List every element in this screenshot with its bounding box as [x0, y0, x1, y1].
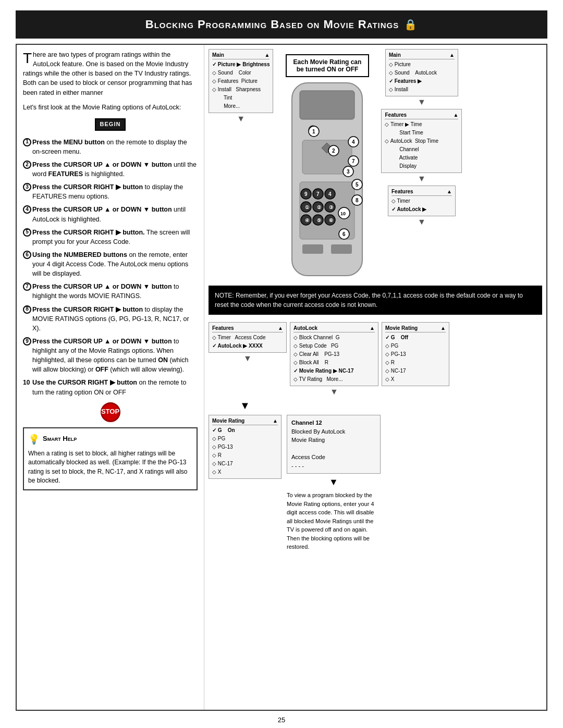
- step-8-text: Press the CURSOR RIGHT ▶ button to displ…: [32, 306, 189, 332]
- step-5-text: Press the CURSOR RIGHT ▶ button. The scr…: [32, 229, 190, 245]
- menu-panel-features3-title: Features ▲: [212, 325, 283, 332]
- intro-text2: Let's first look at the Movie Rating opt…: [23, 103, 198, 112]
- menu-item: ◇ AutoLock Stop Time: [385, 137, 458, 145]
- menu-item: Activate: [385, 154, 458, 162]
- step-num-5: 5: [23, 228, 31, 237]
- panel-group-3: Features ▲ ◇ Timer ▶ Time Start Time ◇ A…: [381, 109, 462, 183]
- step-5: 5 Press the CURSOR RIGHT ▶ button. The s…: [23, 228, 198, 246]
- smart-help-text: When a rating is set to block, all highe…: [28, 449, 192, 486]
- menu-item: ◇ NC-17: [385, 367, 446, 375]
- menu-item: ◇ PG-13: [212, 443, 278, 451]
- step-num-7: 7: [23, 282, 31, 291]
- menu-item: ◇ PG: [385, 342, 446, 350]
- step-2-text: Press the CURSOR UP ▲ or DOWN ▼ button u…: [32, 161, 197, 178]
- menu-item: More...: [212, 102, 270, 110]
- menu-item: Start Time: [385, 129, 458, 137]
- menu-item: ◇ NC-17: [212, 460, 278, 468]
- step-10: 10 Use the CURSOR RIGHT ▶ button on the …: [23, 378, 198, 397]
- menu-item: Tint: [212, 94, 270, 102]
- menu-item: ✓ G On: [212, 426, 278, 435]
- channel-line3: Movie Rating: [291, 436, 376, 445]
- svg-rect-8: [331, 244, 352, 254]
- down-arrow-2: ▼: [418, 97, 426, 107]
- down-arrow-1: ▼: [237, 114, 245, 124]
- menu-panel-autolock-title: AutoLock ▲: [293, 325, 375, 332]
- callout-box: Each Movie Rating can be turned ON or OF…: [286, 54, 369, 77]
- step-3: 3 Press the CURSOR RIGHT ▶ button to dis…: [23, 182, 198, 201]
- panel-group-5: Features ▲ ◇ Timer Access Code ✓ AutoLoc…: [209, 322, 287, 363]
- svg-text:10: 10: [340, 211, 346, 216]
- step-4: 4 Press the CURSOR UP ▲ or DOWN ▼ button…: [23, 205, 198, 224]
- remote-callout-area: Each Movie Rating can be turned ON or OF…: [276, 49, 378, 278]
- channel-line2: Blocked By AutoLock: [291, 427, 376, 436]
- menu-panel-features2: Features ▲ ◇ Timer ✓ AutoLock ▶: [388, 186, 456, 216]
- right-column: Main ▲ ✓ Picture ▶ Brightness ◇ Sound Co…: [204, 45, 546, 710]
- svg-text:2: 2: [332, 148, 335, 154]
- menu-item: ◇ Timer: [391, 197, 452, 205]
- menu-panel-features1-title: Features ▲: [385, 112, 458, 119]
- begin-badge: BEGIN: [95, 118, 126, 131]
- menu-panel-features1: Features ▲ ◇ Timer ▶ Time Start Time ◇ A…: [381, 109, 462, 173]
- menu-item: ◇ Sound AutoLock: [389, 69, 455, 77]
- page-number: 25: [0, 716, 563, 728]
- menu-item: ◇ Sound Color: [212, 69, 270, 77]
- step-6: 6 Using the NUMBERED buttons on the remo…: [23, 250, 198, 278]
- svg-text:4: 4: [328, 191, 332, 197]
- menu-item: ◇ Timer ▶ Time: [385, 120, 458, 129]
- svg-text:①: ①: [305, 205, 309, 210]
- bottom-last-row: Movie Rating ▲ ✓ G On ◇ PG ◇ PG-13 ◇ R ◇…: [209, 415, 542, 551]
- stop-badge-container: STOP: [23, 402, 198, 422]
- menu-item: ✓ Movie Rating ▶ NC-17: [293, 367, 375, 375]
- step-8: 8 Press the CURSOR RIGHT ▶ button to dis…: [23, 305, 198, 333]
- svg-text:⑤: ⑤: [317, 218, 321, 223]
- menu-panel-features2-title: Features ▲: [391, 188, 452, 196]
- panel-group-7: Movie Rating ▲ ✓ G Off ◇ PG ◇ PG-13 ◇ R …: [382, 322, 449, 386]
- bottom-panels-row: Features ▲ ◇ Timer Access Code ✓ AutoLoc…: [209, 322, 542, 397]
- channel-blocked-panel: Channel 12 Blocked By AutoLock Movie Rat…: [287, 415, 381, 474]
- step-3-text: Press the CURSOR RIGHT ▶ button to displ…: [32, 183, 183, 200]
- menu-item: ✓ AutoLock ▶ XXXX: [212, 342, 283, 350]
- menu-item: ◇ Picture: [389, 60, 455, 69]
- intro-text: T here are two types of program ratings …: [23, 50, 198, 97]
- svg-text:7: 7: [352, 158, 355, 164]
- menu-item: Channel: [385, 145, 458, 154]
- remote-image: P 1: [276, 80, 378, 278]
- down-arrow-3: ▼: [418, 174, 426, 183]
- step-9: 9 Press the CURSOR UP ▲ or DOWN ▼ button…: [23, 337, 198, 375]
- menu-item: ◇ R: [385, 359, 446, 367]
- menu-panel-main1: Main ▲ ✓ Picture ▶ Brightness ◇ Sound Co…: [209, 49, 273, 113]
- menu-panel-movie-rating2: Movie Rating ▲ ✓ G On ◇ PG ◇ PG-13 ◇ R ◇…: [209, 415, 282, 479]
- step-num-2: 2: [23, 161, 31, 169]
- bottom-text: To view a program blocked by the Movie R…: [287, 491, 381, 551]
- down-arrow-5: ▼: [243, 354, 252, 363]
- menu-panel-movie-rating2-title: Movie Rating ▲: [212, 417, 278, 425]
- menu-item: ◇ X: [212, 468, 278, 476]
- menu-item: ◇ Install Sharpness: [212, 85, 270, 94]
- svg-text:6: 6: [342, 231, 346, 237]
- header-title: Blocking Programming Based on Movie Rati…: [145, 18, 399, 31]
- panel-group-1: Main ▲ ✓ Picture ▶ Brightness ◇ Sound Co…: [209, 49, 273, 124]
- svg-text:8: 8: [356, 198, 359, 203]
- svg-text:⑥: ⑥: [329, 218, 333, 223]
- step-1-text: Press the MENU button on the remote to d…: [32, 139, 187, 155]
- menu-panel-movie-rating1-title: Movie Rating ▲: [385, 325, 446, 332]
- step-num-4: 4: [23, 205, 31, 214]
- svg-text:1: 1: [312, 129, 315, 134]
- menu-panel-main2: Main ▲ ◇ Picture ◇ Sound AutoLock ✓ Feat…: [385, 49, 458, 96]
- step-10-text: Use the CURSOR RIGHT ▶ button on the rem…: [32, 379, 186, 396]
- menu-item: ✓ Picture ▶ Brightness: [212, 60, 270, 69]
- svg-text:②: ②: [317, 205, 321, 210]
- down-arrow-mid: ▼: [209, 400, 542, 412]
- down-arrow-6: ▼: [330, 387, 338, 397]
- svg-text:7: 7: [316, 191, 320, 197]
- menu-item: ✓ Features ▶: [389, 77, 455, 85]
- step-1: 1 Press the MENU button on the remote to…: [23, 138, 198, 156]
- svg-text:4: 4: [352, 139, 355, 145]
- drop-cap: T: [23, 51, 32, 66]
- begin-badge-container: BEGIN: [23, 115, 198, 134]
- menu-panel-movie-rating1: Movie Rating ▲ ✓ G Off ◇ PG ◇ PG-13 ◇ R …: [382, 322, 449, 386]
- smart-help-box: 💡 Smart Help When a rating is set to blo…: [23, 427, 198, 491]
- menu-item: ◇ R: [212, 451, 278, 460]
- step-7-text: Press the CURSOR UP ▲ or DOWN ▼ button t…: [32, 283, 179, 300]
- svg-rect-1: [300, 91, 354, 119]
